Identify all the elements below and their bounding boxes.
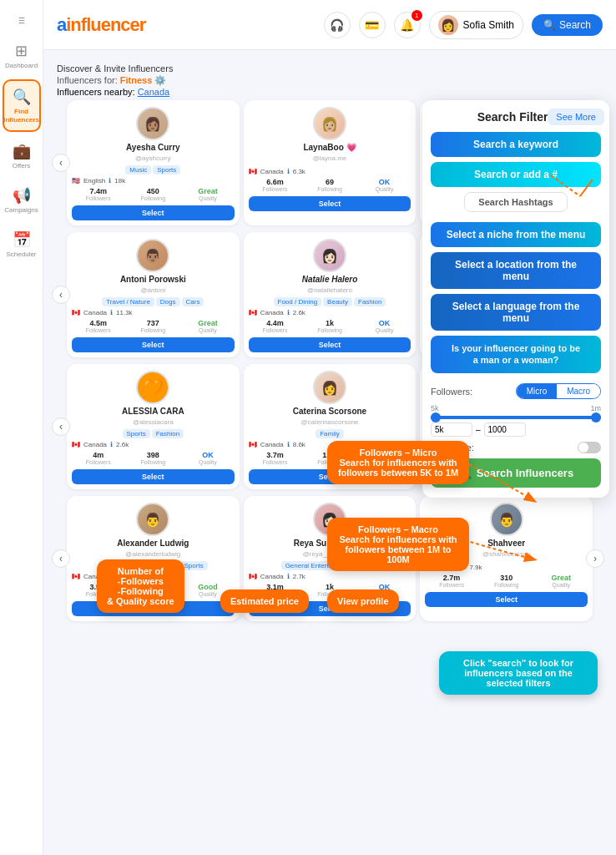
- influencer-card-ayesha: 👩🏽 Ayesha Curry @ayshcurry Music Sports …: [67, 100, 240, 225]
- quality-val: Great: [181, 187, 235, 195]
- gear-icon[interactable]: ⚙️: [154, 75, 166, 85]
- prev-arrow-3[interactable]: ‹: [52, 417, 70, 436]
- niche-filter-btn[interactable]: Select a niche from the menu: [431, 222, 601, 247]
- for-label: Influencers for:: [57, 75, 118, 85]
- sidebar-item-scheduler[interactable]: 📅 Scheduler: [3, 224, 41, 265]
- search-button[interactable]: 🔍 Search: [532, 14, 603, 36]
- name-ayesha: Ayesha Curry: [126, 143, 180, 152]
- tooltip-view-profile: View profile: [327, 589, 399, 613]
- header: ainfluencer 🎧 💳 🔔 1 👩 Sofia Smith 🔍 Sear…: [43, 0, 616, 50]
- tag: Sports: [153, 165, 180, 175]
- language-filter-btn[interactable]: Select a language from the menu: [431, 294, 601, 331]
- name-layna: LaynaBoo 💗: [303, 143, 356, 152]
- slider-separator: –: [476, 425, 481, 434]
- sidebar-item-campaigns[interactable]: 📢 Campaigns: [3, 180, 41, 220]
- offers-icon: 💼: [13, 142, 31, 160]
- tooltip-macro-text: Followers – MacroSearch for influencers …: [339, 524, 457, 564]
- lang: English: [83, 177, 105, 185]
- toggle-thumb: [578, 443, 588, 453]
- country: Canada: [83, 309, 107, 316]
- price: 2.6k: [116, 441, 129, 448]
- see-more-button[interactable]: See More: [548, 109, 604, 125]
- hamburger-menu[interactable]: ☰: [3, 10, 41, 32]
- avatar-antoni: 👨🏽: [136, 239, 169, 272]
- handle-alexander: @alexanderludwig: [125, 550, 180, 558]
- country: Canada: [83, 441, 107, 448]
- influencer-card-natalie: 👩🏻 Natalie Halero @nataliehalero Food / …: [244, 232, 417, 357]
- fitness-label: Fitness: [120, 75, 153, 85]
- tag: Cars: [182, 297, 204, 306]
- breadcrumb-discover: Discover & Invite Influencers: [57, 63, 603, 73]
- breadcrumb-nearby: Influencers nearby: Canada: [57, 87, 603, 97]
- info-icon[interactable]: ℹ: [287, 168, 290, 175]
- price: 18k: [114, 177, 125, 185]
- info-icon[interactable]: ℹ: [110, 441, 113, 448]
- breadcrumb-for: Influencers for: Fitness ⚙️: [57, 75, 603, 86]
- hashtag-search-btn[interactable]: Search or add a #: [431, 162, 601, 187]
- scheduler-label: Scheduler: [6, 250, 36, 258]
- followers-val: 2.7m: [425, 574, 478, 582]
- headphones-btn[interactable]: 🎧: [324, 12, 351, 38]
- name-antoni: Antoni Porowski: [120, 275, 186, 284]
- sidebar-item-dashboard[interactable]: ⊞ Dashboard: [3, 35, 41, 76]
- prev-arrow-2[interactable]: ‹: [52, 286, 70, 304]
- nearby-label: Influencers nearby:: [57, 87, 135, 97]
- sidebar-item-offers[interactable]: 💼 Offers: [3, 135, 41, 176]
- select-layna[interactable]: Select: [249, 196, 412, 211]
- dashboard-icon: ⊞: [15, 42, 28, 60]
- info-icon[interactable]: ℹ: [287, 309, 290, 316]
- info-icon[interactable]: ℹ: [110, 309, 113, 316]
- select-btn[interactable]: Select: [249, 337, 412, 352]
- handle-caterina: @caterinascorsone: [300, 418, 358, 426]
- followers-val: 4.5m: [72, 319, 125, 327]
- find-influencers-icon: 🔍: [13, 88, 31, 106]
- sidebar-item-find-influencers[interactable]: 🔍 FindInfluencers: [3, 79, 41, 132]
- select-btn[interactable]: Select: [425, 592, 588, 607]
- min-followers-input[interactable]: [431, 422, 472, 437]
- name-caterina: Caterina Scorsone: [293, 407, 366, 416]
- canada-link[interactable]: Canada: [138, 87, 170, 97]
- lang-flag: 🇺🇸: [72, 177, 80, 185]
- gender-filter-btn[interactable]: Is your influencer going to be a man or …: [431, 336, 601, 373]
- next-arrow-4[interactable]: ›: [586, 549, 604, 568]
- macro-tab[interactable]: Macro: [557, 384, 600, 398]
- tooltip-view-profile-text: View profile: [337, 596, 389, 606]
- notifications-btn[interactable]: 🔔 1: [394, 12, 421, 38]
- info-icon[interactable]: ℹ: [287, 441, 290, 448]
- tag: Beauty: [323, 297, 352, 306]
- slider-right-handle[interactable]: [591, 412, 601, 422]
- prev-arrow-4[interactable]: ‹: [52, 549, 70, 568]
- max-followers-input[interactable]: [484, 422, 526, 437]
- credit-card-btn[interactable]: 💳: [359, 12, 386, 38]
- slider-range: 5k 1m: [431, 404, 601, 412]
- scheduler-icon: 📅: [13, 230, 31, 249]
- influencer-card-antoni: 👨🏽 Antoni Porowski @antoni Travel / Natu…: [67, 232, 240, 357]
- user-avatar: 👩: [438, 15, 458, 35]
- search-influencers-label: Search Influencers: [477, 467, 573, 479]
- tag: Fashion: [152, 429, 184, 438]
- tooltip-price-text: Estimated price: [230, 596, 299, 606]
- slider-left-handle[interactable]: [431, 412, 441, 422]
- micro-tab[interactable]: Micro: [517, 384, 557, 398]
- breadcrumb-area: Discover & Invite Influencers Influencer…: [50, 58, 609, 100]
- name-shahveer: Shahveer: [487, 539, 525, 548]
- select-btn[interactable]: Select: [72, 337, 235, 352]
- influencer-card-alessia: 🧡 ALESSIA CARA @alessiacara Sports Fashi…: [67, 364, 240, 489]
- tooltip-micro: Followers – MicroSearch for influencers …: [327, 441, 469, 484]
- select-ayesha[interactable]: Select: [72, 205, 235, 220]
- influencer-card-layna: 👩🏼 LaynaBoo 💗 @layna.me 🇨🇦 Canada ℹ 6.3k…: [244, 100, 417, 225]
- followers-section: Followers: Micro Macro 5k 1m: [431, 383, 601, 437]
- tooltip-search-click-text: Click "search" to look for influencers b…: [463, 658, 573, 688]
- info-icon[interactable]: ℹ: [287, 573, 290, 580]
- info-icon[interactable]: ℹ: [109, 177, 111, 185]
- following-val: 398: [127, 451, 180, 459]
- sidebar: ☰ ⊞ Dashboard 🔍 FindInfluencers 💼 Offers…: [0, 0, 43, 855]
- keyword-search-btn[interactable]: Search a keyword: [431, 132, 601, 157]
- autosave-toggle[interactable]: [578, 442, 601, 453]
- select-btn[interactable]: Select: [72, 469, 235, 484]
- search-hashtags-btn[interactable]: Search Hashtags: [464, 192, 567, 212]
- prev-arrow-1[interactable]: ‹: [52, 154, 70, 172]
- location-filter-btn[interactable]: Select a location from the menu: [431, 252, 601, 289]
- followers-val: 4.4m: [249, 319, 302, 327]
- user-chip[interactable]: 👩 Sofia Smith: [429, 11, 523, 39]
